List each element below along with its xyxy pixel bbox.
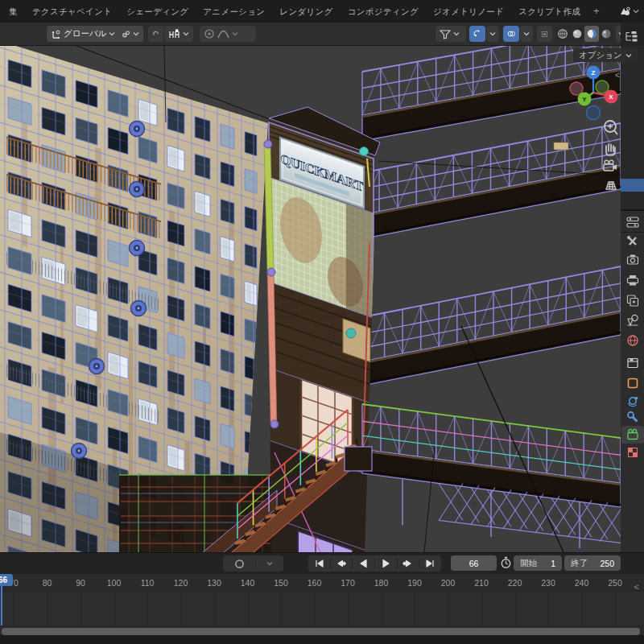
track-gridline (348, 592, 349, 625)
ruler-tick-120: 120 (174, 578, 188, 588)
chevron-down-icon (633, 9, 639, 14)
overlays-toggle-button[interactable] (503, 26, 519, 42)
ruler-tick-190: 190 (407, 578, 422, 588)
shading-mode-group (555, 26, 613, 42)
scene-icon (618, 5, 631, 18)
properties-tab-column (621, 211, 644, 554)
ac-fan-gizmo (131, 301, 147, 316)
snap-toggle-button[interactable] (148, 26, 163, 42)
ruler-tick-220: 220 (508, 578, 522, 588)
proportional-editing-icon (204, 28, 215, 39)
jump-to-end-button[interactable] (419, 555, 441, 572)
scene-selector[interactable] (618, 5, 639, 18)
right-panel (621, 23, 644, 552)
workspace-tab-2[interactable]: シェーディング (119, 0, 196, 23)
properties-tab-render[interactable] (628, 255, 638, 265)
ruler-tick-230: 230 (541, 578, 555, 588)
stopwatch-icon[interactable] (500, 556, 512, 569)
shading-rendered-icon (601, 28, 612, 39)
workspace-tab-1[interactable]: テクスチャペイント (25, 0, 119, 23)
properties-tab-object[interactable] (629, 379, 638, 388)
workspace-tab-5[interactable]: コンポジティング (341, 0, 426, 23)
properties-tab-output[interactable] (628, 275, 638, 286)
play-forward-icon (380, 558, 392, 569)
shading-wireframe-button[interactable] (555, 26, 570, 42)
properties-tab-world[interactable] (628, 336, 638, 345)
ruler-tick-170: 170 (341, 578, 355, 588)
workspace-tab-7[interactable]: スクリプト作成 (511, 0, 588, 23)
cyan-gizmo (360, 147, 369, 156)
track-gridline (548, 592, 549, 625)
properties-tab-scene[interactable] (628, 315, 638, 325)
viewport-header: グローバル (0, 23, 621, 46)
svg-text:Y: Y (582, 96, 587, 103)
svg-text:X: X (609, 93, 613, 101)
playhead-frame-badge[interactable]: 66 (0, 574, 13, 586)
snap-with-dropdown[interactable] (164, 26, 193, 42)
properties-tab-physics[interactable] (628, 397, 638, 407)
chevron-down-icon (453, 31, 460, 36)
shading-solid-button[interactable] (570, 26, 584, 42)
show-object-types-icon (440, 29, 451, 39)
shading-rendered-button[interactable] (599, 26, 613, 42)
jump-to-next-keyframe-button[interactable] (398, 555, 419, 572)
snap-target-dropdown[interactable] (118, 26, 143, 42)
proportional-editing-group[interactable] (200, 26, 256, 42)
timeline-collapse-arrow[interactable]: < (634, 582, 639, 592)
properties-tab-view-layer[interactable] (628, 295, 638, 306)
viewport-3d[interactable]: QUICKMARTZYX< (0, 46, 621, 552)
ruler-tick-100: 100 (107, 578, 122, 588)
chevron-down-icon (232, 31, 238, 36)
ruler-tick-140: 140 (241, 578, 255, 588)
current-frame-field[interactable]: 66 (451, 555, 497, 571)
workspace-tab-0[interactable]: 集 (2, 0, 25, 23)
auto-key-record-button[interactable] (223, 555, 255, 572)
xray-toggle-button[interactable] (537, 26, 552, 42)
gizmos-toggle-button[interactable] (469, 26, 485, 42)
properties-tab-editor-type[interactable] (627, 217, 638, 227)
axis-neg-x[interactable] (570, 82, 583, 95)
gizmo-icon (473, 28, 481, 39)
auto-key-dropdown[interactable] (256, 555, 283, 572)
properties-tab-modifiers[interactable] (628, 412, 637, 421)
chevron-down-icon (183, 31, 189, 36)
play-reverse-button[interactable] (353, 555, 374, 572)
overlays-dropdown[interactable] (520, 26, 533, 42)
timeline-ruler[interactable]: 7080901001101201301401501601701801902002… (0, 574, 644, 592)
ac-fan-gizmo (130, 182, 145, 197)
jump-to-start-button[interactable] (308, 555, 330, 572)
transform-orientation-icon (51, 29, 61, 39)
properties-tab-collection[interactable] (628, 359, 638, 368)
properties-tab-texture[interactable] (629, 448, 638, 457)
frame-end-value: 250 (598, 559, 621, 568)
workspace-tab-4[interactable]: レンダリング (272, 0, 340, 23)
jump-to-prev-keyframe-icon (335, 558, 347, 569)
shading-material-button[interactable] (584, 26, 599, 42)
ruler-tick-130: 130 (207, 578, 221, 588)
gizmos-dropdown[interactable] (486, 26, 499, 42)
workspace-tab-3[interactable]: アニメーション (196, 0, 272, 23)
workspace-tab-6[interactable]: ジオメトリノード (426, 0, 511, 23)
outliner-icon[interactable] (625, 31, 638, 43)
add-workspace-button[interactable]: + (588, 1, 605, 22)
timeline-tracks[interactable] (0, 592, 644, 625)
frame-start-field[interactable]: 開始 1 (514, 555, 562, 571)
show-object-types-dropdown[interactable] (436, 26, 466, 42)
tool-options-dropdown[interactable]: オプション (573, 48, 638, 62)
track-gridline (515, 592, 516, 625)
timeline-scrollbar[interactable] (2, 628, 640, 635)
frame-end-field[interactable]: 終了 250 (564, 555, 621, 571)
axis-neg-z[interactable] (587, 106, 601, 120)
jump-to-end-icon (424, 558, 436, 569)
viewport-sidebar-toggle[interactable]: < (615, 71, 620, 80)
timeline-header: 66 開始 1 終了 250 (0, 553, 644, 574)
track-gridline (448, 592, 449, 625)
blender-window: { "topbar": { "tabs": ["集", "テクスチャペイント",… (0, 0, 644, 644)
viewport-scene: QUICKMARTZYX< (0, 46, 621, 552)
ruler-tick-200: 200 (441, 578, 456, 588)
track-gridline (114, 592, 115, 625)
jump-to-prev-keyframe-button[interactable] (331, 555, 353, 572)
properties-tab-tool[interactable] (627, 236, 636, 245)
outliner-selected-row[interactable] (621, 179, 644, 192)
play-forward-button[interactable] (375, 555, 397, 572)
